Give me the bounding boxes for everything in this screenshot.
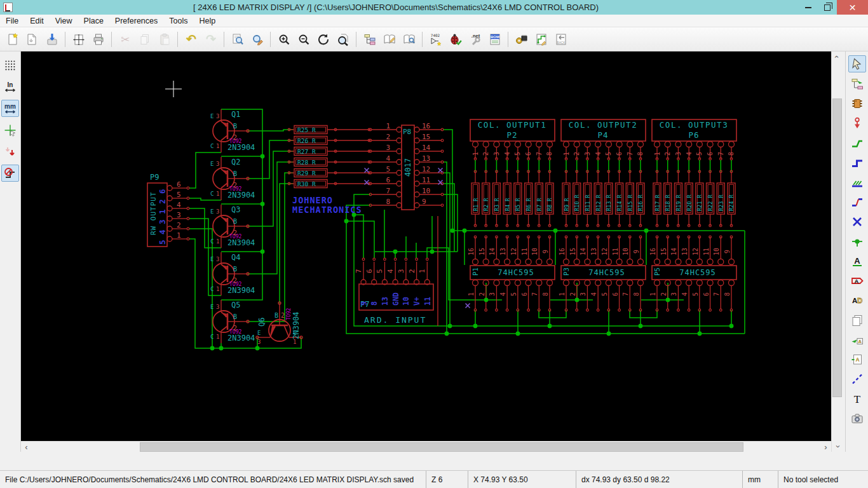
component-R27[interactable]: R27 R	[288, 147, 370, 156]
component-R13[interactable]: R13 R	[605, 183, 613, 227]
undo-button[interactable]: ↶	[181, 30, 201, 49]
bus-to-bus-entry-button[interactable]	[848, 193, 866, 210]
menu-file[interactable]: File	[0, 15, 24, 27]
component-R15[interactable]: R15 R	[626, 183, 634, 227]
redo-button[interactable]: ↷	[201, 30, 220, 49]
wire-to-bus-entry-button[interactable]	[848, 173, 866, 191]
hidden-pins-button[interactable]	[1, 143, 19, 160]
graphic-line-button[interactable]	[848, 370, 866, 388]
component-R19[interactable]: R19 R	[674, 183, 682, 227]
component-P8[interactable]: P8401712345678161514131211109	[369, 122, 444, 210]
new-schematic-button[interactable]	[3, 30, 22, 49]
place-bus-button[interactable]	[848, 154, 866, 171]
select-cursor-button[interactable]	[848, 55, 866, 72]
import-sheet-pin-button[interactable]: A	[848, 331, 866, 348]
component-R17[interactable]: R17 R	[653, 183, 661, 227]
component-R10[interactable]: R10 R	[573, 183, 581, 227]
component-R11[interactable]: R11 R	[583, 183, 591, 227]
netlist-button[interactable]: .net	[465, 30, 485, 49]
open-schematic-button[interactable]	[22, 30, 42, 49]
component-R21[interactable]: R21 R	[696, 183, 703, 227]
place-wire-button[interactable]	[848, 134, 866, 151]
horizontal-scrollbar[interactable]: ‹ ›	[21, 441, 831, 452]
zoom-in-button[interactable]	[274, 30, 294, 49]
component-P4[interactable]: COL. OUTPUT2P412345678	[561, 119, 646, 183]
component-R23[interactable]: R23 R	[717, 183, 724, 227]
hierarchical-label-button[interactable]: AD	[848, 292, 866, 309]
close-button[interactable]: ✕	[837, 0, 868, 15]
component-R5[interactable]: R5 R	[514, 183, 522, 227]
component-P6[interactable]: COL. OUTPUT3P612345678	[652, 119, 736, 183]
paste-button[interactable]	[154, 30, 174, 49]
component-R9[interactable]: R9 R	[562, 183, 570, 227]
component-P7[interactable]: P7ARD. INPUT79685134GND3102V+111	[355, 258, 433, 325]
save-schematic-button[interactable]	[42, 30, 62, 49]
menu-preferences[interactable]: Preferences	[109, 15, 163, 27]
component-R20[interactable]: R20 R	[685, 183, 693, 227]
component-R28[interactable]: R28 R	[288, 158, 370, 166]
find-button[interactable]	[227, 30, 247, 49]
place-image-button[interactable]	[848, 410, 866, 427]
graphic-text-button[interactable]: T	[848, 390, 866, 407]
no-connect-flag-button[interactable]	[848, 213, 866, 230]
grid-toggle-button[interactable]	[1, 57, 19, 74]
component-R24[interactable]: R24 R	[728, 183, 735, 227]
place-junction-button[interactable]	[848, 233, 866, 250]
component-R14[interactable]: R14 R	[616, 183, 623, 227]
component-R4[interactable]: R4 R	[503, 183, 511, 227]
units-inch-button[interactable]: In	[1, 78, 19, 95]
component-R25[interactable]: R25 R	[288, 126, 370, 134]
component-R1[interactable]: R1 R	[471, 183, 479, 227]
units-mm-button[interactable]: mm	[1, 100, 19, 117]
place-sheet-button[interactable]	[848, 311, 866, 329]
component-R8[interactable]: R8 R	[546, 183, 553, 227]
hierarchy-navigation-button[interactable]	[848, 75, 866, 92]
schematic-components[interactable]: Q1TO922N3904E3C1B2Q2TO922N3904E3C1B2Q3TO…	[147, 109, 736, 345]
menu-place[interactable]: Place	[78, 15, 109, 27]
minimize-button[interactable]	[799, 0, 818, 15]
annotate-button[interactable]: 7402	[426, 30, 445, 49]
component-R22[interactable]: R22 R	[707, 183, 714, 227]
component-R6[interactable]: R6 R	[525, 183, 532, 227]
scroll-left-icon[interactable]: ‹	[21, 442, 32, 452]
find-replace-button[interactable]	[247, 30, 267, 49]
scroll-up-icon[interactable]: ‹	[832, 51, 843, 62]
schematic-canvas[interactable]: Q1TO922N3904E3C1B2Q2TO922N3904E3C1B2Q3TO…	[21, 51, 831, 441]
zoom-fit-button[interactable]	[333, 30, 353, 49]
global-label-button[interactable]: A	[848, 272, 866, 289]
schematic-svg[interactable]: Q1TO922N3904E3C1B2Q2TO922N3904E3C1B2Q3TO…	[21, 51, 831, 441]
cursor-shape-button[interactable]	[1, 121, 19, 139]
place-power-port-button[interactable]	[848, 114, 866, 132]
hierarchy-navigator-button[interactable]	[360, 30, 379, 49]
vertical-scroll-thumb[interactable]	[832, 98, 842, 397]
menu-help[interactable]: Help	[193, 15, 221, 27]
component-R18[interactable]: R18 R	[664, 183, 672, 227]
hv-orientation-button[interactable]	[1, 165, 19, 182]
menu-tools[interactable]: Tools	[163, 15, 193, 27]
zoom-out-button[interactable]	[294, 30, 313, 49]
menu-view[interactable]: View	[50, 15, 78, 27]
component-Q6[interactable]: Q6TO922N3904B2E3C1	[256, 302, 302, 345]
component-P2[interactable]: COL. OUTPUT1P212345678	[470, 119, 555, 183]
maximize-button[interactable]	[818, 0, 837, 15]
bom-button[interactable]: BOM	[485, 30, 505, 49]
print-button[interactable]	[88, 30, 108, 49]
vertical-scrollbar[interactable]: ‹ ‹	[831, 51, 842, 452]
place-sheet-pin-button[interactable]: A	[848, 351, 866, 368]
component-R29[interactable]: R29 R	[288, 169, 370, 177]
component-P9[interactable]: P9RW OUTPUT665241332415	[147, 173, 189, 247]
menu-edit[interactable]: Edit	[24, 15, 50, 27]
scroll-down-icon[interactable]: ‹	[832, 441, 843, 452]
component-R12[interactable]: R12 R	[594, 183, 602, 227]
erc-check-button[interactable]	[445, 30, 465, 49]
schematic-wires[interactable]	[189, 109, 745, 348]
library-browser-button[interactable]	[399, 30, 419, 49]
component-R3[interactable]: R3 R	[492, 183, 500, 227]
component-R16[interactable]: R16 R	[637, 183, 644, 227]
copy-button[interactable]	[135, 30, 154, 49]
back-import-button[interactable]: BACK	[551, 30, 571, 49]
component-R26[interactable]: R26 R	[288, 137, 370, 145]
library-editor-button[interactable]	[379, 30, 399, 49]
place-component-button[interactable]	[848, 95, 866, 112]
component-R7[interactable]: R7 R	[535, 183, 543, 227]
